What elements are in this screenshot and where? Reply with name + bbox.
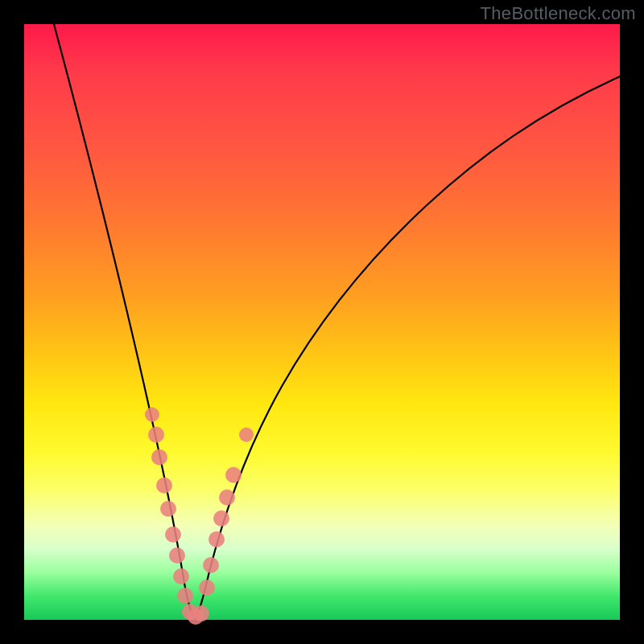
svg-point-0 (145, 407, 159, 422)
svg-point-12 (199, 580, 215, 596)
svg-point-6 (169, 547, 185, 564)
svg-point-15 (213, 510, 229, 526)
svg-point-2 (151, 449, 167, 465)
svg-point-13 (203, 557, 219, 573)
watermark-text: TheBottleneck.com (481, 3, 636, 24)
svg-point-11 (193, 605, 209, 621)
svg-point-16 (219, 489, 235, 506)
svg-point-8 (177, 588, 193, 604)
svg-point-18 (239, 427, 254, 442)
svg-point-3 (156, 477, 172, 493)
svg-point-14 (208, 531, 225, 547)
chart-svg (24, 24, 620, 620)
chart-frame: TheBottleneck.com (0, 0, 644, 644)
svg-point-4 (160, 501, 176, 517)
svg-point-17 (225, 467, 242, 483)
svg-point-7 (173, 568, 189, 584)
svg-point-5 (165, 526, 181, 543)
cluster-basin (182, 604, 209, 625)
bottleneck-curve (54, 24, 620, 618)
cluster-left (145, 407, 193, 604)
svg-point-1 (148, 427, 164, 443)
